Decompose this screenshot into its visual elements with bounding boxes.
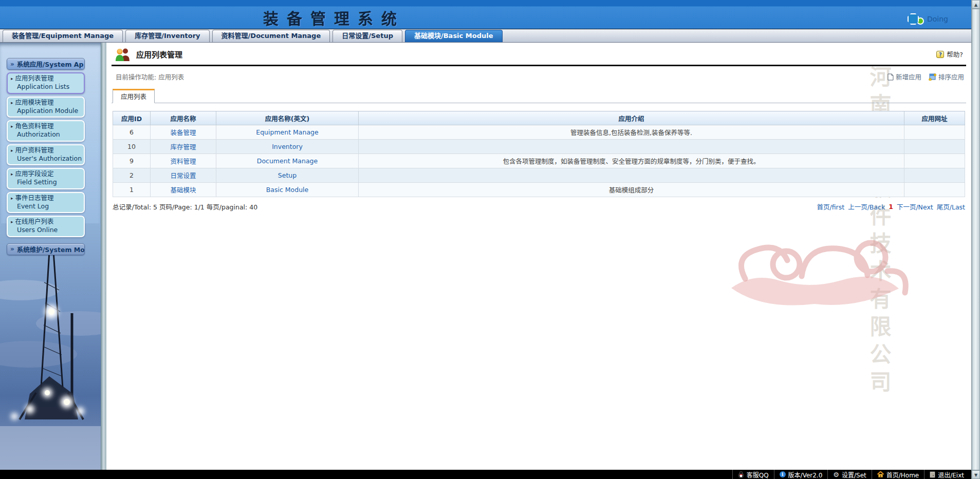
sidebar-item-users-online[interactable]: ▸在线用户列表 Users Online bbox=[7, 216, 85, 237]
sidebar-item-authorization[interactable]: ▸角色资料管理 Authorization bbox=[7, 120, 85, 142]
col-app-name: 应用名称 bbox=[151, 111, 216, 125]
page-title: 应用列表管理 bbox=[136, 49, 182, 60]
sidebar: » 系统应用/System Ap ▸应用列表管理 Application Lis… bbox=[0, 43, 101, 470]
help-link[interactable]: ? 帮助? bbox=[936, 49, 963, 59]
scroll-down-arrow[interactable]: ▼ bbox=[972, 470, 980, 479]
help-icon: ? bbox=[936, 51, 944, 58]
page-next-link[interactable]: 下一页/Next bbox=[897, 202, 933, 212]
col-app-id: 应用ID bbox=[113, 111, 151, 125]
sidebar-item-application-module[interactable]: ▸应用模块管理 Application Module bbox=[7, 97, 85, 118]
home-icon bbox=[877, 471, 884, 477]
table-row[interactable]: 2 日常设置 Setup bbox=[113, 168, 965, 183]
sidebar-item-application-lists[interactable]: ▸应用列表管理 Application Lists bbox=[7, 72, 85, 94]
cell-app-id: 1 bbox=[113, 183, 151, 197]
arrow-icon: ▸ bbox=[11, 171, 13, 177]
vertical-scrollbar[interactable]: ▲ ▼ bbox=[971, 0, 980, 479]
sidebar-section-system-application[interactable]: » 系统应用/System Ap bbox=[7, 58, 85, 70]
app-name-en-link[interactable]: Setup bbox=[278, 171, 297, 179]
app-name-link[interactable]: 库存管理 bbox=[170, 143, 196, 151]
section-label: 系统应用/System Ap bbox=[17, 59, 84, 69]
cell-app-intro bbox=[359, 168, 904, 183]
record-summary: 总记录/Total: 5 页码/Page: 1/1 每页/paginal: 40 bbox=[113, 202, 257, 212]
table-row[interactable]: 9 资料管理 Document Manage 包含各项管理制度，如装备管理制度、… bbox=[113, 154, 965, 168]
watermark-cloud bbox=[722, 207, 912, 310]
cell-app-intro: 基础模组成部分 bbox=[359, 183, 904, 197]
new-app-button[interactable]: 新增应用 bbox=[887, 72, 921, 82]
app-name-en-link[interactable]: Document Manage bbox=[257, 157, 318, 165]
page-last-link[interactable]: 尾页/Last bbox=[937, 202, 965, 212]
users-icon bbox=[115, 47, 131, 61]
page-current: 1 bbox=[889, 203, 893, 210]
page-first-link[interactable]: 首页/first bbox=[817, 202, 845, 212]
tab-document-manage[interactable]: 资料管理/Document Manage bbox=[212, 30, 330, 42]
statusbar-settings[interactable]: ⚙ 设置/Set bbox=[827, 470, 871, 479]
sidebar-item-user-authorization[interactable]: ▸用户资料管理 User's Authorization S bbox=[7, 144, 85, 166]
pagination: 首页/first 上一页/Back 1 下一页/Next 尾页/Last bbox=[817, 202, 966, 212]
tab-inventory[interactable]: 库存管理/Inventory bbox=[125, 30, 209, 42]
doing-label: Doing bbox=[927, 15, 948, 23]
qq-icon bbox=[738, 471, 744, 478]
cell-app-url bbox=[904, 168, 965, 183]
tab-application-list[interactable]: 应用列表 bbox=[113, 89, 155, 103]
cell-app-url bbox=[904, 125, 965, 140]
cell-app-id: 6 bbox=[113, 125, 151, 140]
header-divider bbox=[112, 65, 966, 66]
scroll-thumb[interactable] bbox=[972, 9, 980, 470]
app-name-link[interactable]: 装备管理 bbox=[170, 129, 196, 137]
table-row[interactable]: 10 库存管理 Inventory bbox=[113, 140, 965, 154]
app-name-link[interactable]: 基础模块 bbox=[170, 186, 196, 194]
app-name-en-link[interactable]: Inventory bbox=[272, 143, 303, 150]
sort-icon bbox=[929, 73, 936, 81]
sidebar-section-system-maintenance[interactable]: » 系统维护/System Mo bbox=[7, 243, 85, 255]
cell-app-id: 10 bbox=[113, 140, 151, 154]
sidebar-item-event-log[interactable]: ▸事件日志管理 Event Log bbox=[7, 192, 85, 214]
app-name-link[interactable]: 日常设置 bbox=[170, 172, 196, 180]
app-name-en-link[interactable]: Basic Module bbox=[266, 186, 309, 194]
arrow-icon: ▸ bbox=[11, 124, 13, 129]
app-name-en-link[interactable]: Equipment Manage bbox=[256, 128, 318, 136]
sort-app-button[interactable]: 排序应用 bbox=[929, 72, 964, 82]
table-row[interactable]: 6 装备管理 Equipment Manage 管理装备信息,包括装备检测,装备… bbox=[113, 125, 965, 140]
sidebar-splitter[interactable] bbox=[101, 43, 106, 470]
tab-basic-module[interactable]: 基础模块/Basic Module bbox=[405, 30, 503, 42]
section-label: 系统维护/System Mo bbox=[17, 244, 85, 254]
page-prev-link[interactable]: 上一页/Back bbox=[848, 202, 885, 212]
arrow-icon: ▸ bbox=[11, 219, 13, 224]
cell-app-intro: 包含各项管理制度，如装备管理制度、安全管理方面的规章制度等，分门别类，便于查找。 bbox=[359, 154, 904, 168]
cell-app-id: 2 bbox=[113, 168, 151, 183]
new-doc-icon bbox=[887, 73, 894, 81]
application-table: 应用ID 应用名称 应用名称(英文) 应用介绍 应用网址 6 装备管理 Equi… bbox=[113, 111, 965, 197]
doing-blue-icon bbox=[908, 13, 919, 25]
col-app-name-en: 应用名称(英文) bbox=[216, 111, 359, 125]
oil-rig-photo bbox=[0, 223, 101, 470]
gear-icon: ⚙ bbox=[833, 471, 839, 478]
col-app-intro: 应用介绍 bbox=[359, 111, 904, 125]
current-operation: 目前操作功能: 应用列表 bbox=[116, 72, 184, 82]
statusbar-qq[interactable]: 客服QQ bbox=[732, 470, 774, 479]
status-indicator: Doing bbox=[908, 13, 948, 25]
main-header: 应用列表管理 ? 帮助? bbox=[106, 43, 971, 64]
cell-app-url bbox=[904, 140, 965, 154]
top-banner: 装备管理系统 Doing bbox=[0, 0, 971, 29]
tab-equipment-manage[interactable]: 装备管理/Equipment Manage bbox=[3, 30, 123, 42]
statusbar-version[interactable]: i 版本/Ver2.0 bbox=[774, 470, 828, 479]
arrow-icon: ▸ bbox=[11, 148, 13, 153]
app-name-link[interactable]: 资料管理 bbox=[170, 158, 196, 165]
sidebar-item-field-setting[interactable]: ▸应用字段设定 Field Setting bbox=[7, 168, 85, 189]
scroll-up-arrow[interactable]: ▲ bbox=[972, 0, 980, 9]
content-tab-row: 应用列表 bbox=[112, 88, 966, 103]
statusbar-home[interactable]: 首页/Home bbox=[872, 470, 924, 479]
cell-app-url bbox=[904, 183, 965, 197]
operation-row: 目前操作功能: 应用列表 新增应用 排序应用 bbox=[116, 72, 964, 82]
main-panel: 河南蓝幻软件技术有限公司 应用列表管理 ? 帮助? 目前操作功能: 应用列表 bbox=[106, 43, 971, 470]
chevron-double-icon: » bbox=[10, 245, 14, 253]
cell-app-intro bbox=[359, 140, 904, 154]
cell-app-id: 9 bbox=[113, 154, 151, 168]
table-row[interactable]: 1 基础模块 Basic Module 基础模组成部分 bbox=[113, 183, 965, 197]
table-header-row: 应用ID 应用名称 应用名称(英文) 应用介绍 应用网址 bbox=[113, 111, 965, 125]
app-title: 装备管理系统 bbox=[154, 6, 514, 29]
statusbar-exit[interactable]: 退出/Eixt bbox=[924, 470, 969, 479]
tab-setup[interactable]: 日常设置/Setup bbox=[332, 30, 402, 42]
module-tabbar: 装备管理/Equipment Manage 库存管理/Inventory 资料管… bbox=[0, 29, 971, 43]
sidebar-menu: » 系统应用/System Ap ▸应用列表管理 Application Lis… bbox=[0, 43, 101, 255]
